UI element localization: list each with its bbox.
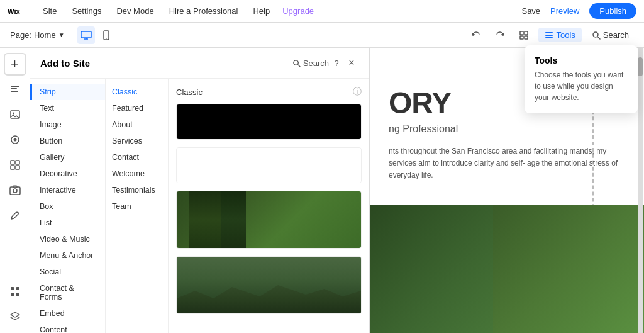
canvas-heading: ORY — [389, 86, 451, 120]
nav-settings[interactable]: Settings — [69, 6, 104, 16]
category-box[interactable]: Box — [30, 198, 105, 215]
tools-tooltip-title: Tools — [535, 55, 628, 65]
nav-devmode[interactable]: Dev Mode — [114, 6, 156, 16]
svg-point-21 — [13, 138, 16, 142]
svg-point-33 — [294, 60, 298, 64]
nav-site[interactable]: Site — [40, 6, 59, 16]
svg-rect-8 — [520, 36, 523, 39]
text-icon[interactable] — [4, 78, 26, 101]
strip-classic-mountains[interactable] — [176, 256, 362, 314]
nav-upgrade[interactable]: Upgrade — [282, 6, 314, 16]
layers-icon[interactable] — [4, 305, 26, 328]
publish-button[interactable]: Publish — [589, 3, 636, 19]
svg-rect-30 — [16, 287, 19, 290]
page-selector[interactable]: Page: Home ▼ — [10, 30, 65, 40]
subcategory-classic[interactable]: Classic — [106, 84, 168, 100]
category-text[interactable]: Text — [30, 100, 105, 116]
nav-hire[interactable]: Hire a Professional — [167, 6, 241, 16]
categories-list: StripTextImageButtonGalleryDecorativeInt… — [30, 79, 106, 333]
save-button[interactable]: Save — [521, 6, 540, 16]
category-decorative[interactable]: Decorative — [30, 166, 105, 182]
panel-content: Classic ⓘ — [169, 79, 369, 333]
svg-rect-32 — [16, 293, 19, 296]
subcategory-about[interactable]: About — [106, 116, 168, 133]
wix-logo: Wix — [8, 6, 25, 17]
preview-button[interactable]: Preview — [550, 6, 579, 16]
svg-rect-31 — [11, 293, 14, 296]
strip-classic-black[interactable] — [176, 104, 362, 140]
svg-text:Wix: Wix — [8, 8, 21, 15]
nav-help[interactable]: Help — [250, 6, 272, 16]
svg-rect-1 — [81, 31, 91, 38]
bar-actions: Tools Search — [467, 26, 634, 45]
grid-icon[interactable] — [4, 154, 26, 176]
category-contact-forms[interactable]: Contact & Forms — [30, 280, 105, 305]
section-title: Classic — [176, 87, 203, 97]
svg-rect-10 — [545, 32, 553, 33]
undo-button[interactable] — [467, 26, 486, 45]
expand-icon[interactable] — [514, 26, 533, 45]
canvas-scroll-thumb[interactable] — [638, 57, 643, 76]
tools-tooltip-description: Choose the tools you want to use while y… — [535, 69, 628, 103]
category-embed[interactable]: Embed — [30, 305, 105, 322]
category-video-music[interactable]: Video & Music — [30, 231, 105, 247]
search-button[interactable]: Search — [587, 28, 634, 42]
pen-icon[interactable] — [4, 204, 26, 227]
section-header: Classic ⓘ — [176, 86, 362, 98]
device-icons — [77, 26, 115, 44]
category-social[interactable]: Social — [30, 264, 105, 280]
subcategory-services[interactable]: Services — [106, 133, 168, 149]
info-icon[interactable]: ⓘ — [353, 86, 362, 98]
help-icon[interactable]: ? — [329, 55, 344, 71]
category-strip[interactable]: Strip — [30, 84, 105, 100]
category-content-manager[interactable]: Content Manager — [30, 322, 105, 333]
svg-rect-26 — [10, 187, 20, 195]
subcategory-contact[interactable]: Contact — [106, 149, 168, 166]
top-nav: Wix Site Settings Dev Mode Hire a Profes… — [0, 0, 644, 23]
add-panel-title: Add to Site — [40, 58, 292, 69]
svg-rect-25 — [16, 166, 19, 169]
svg-point-19 — [13, 113, 14, 115]
svg-rect-24 — [11, 166, 14, 169]
close-button[interactable]: × — [344, 55, 359, 71]
svg-rect-12 — [545, 37, 553, 38]
category-image[interactable]: Image — [30, 116, 105, 133]
svg-rect-22 — [11, 161, 14, 164]
strip-classic-white[interactable] — [176, 147, 362, 183]
category-gallery[interactable]: Gallery — [30, 149, 105, 166]
category-button[interactable]: Button — [30, 133, 105, 149]
panel-search-label: Search — [303, 59, 329, 68]
image-icon[interactable] — [4, 103, 26, 126]
desktop-icon[interactable] — [77, 26, 95, 44]
subcategory-welcome[interactable]: Welcome — [106, 166, 168, 182]
svg-rect-15 — [11, 86, 19, 87]
brush-icon[interactable] — [4, 128, 26, 151]
tools-label: Tools — [556, 30, 575, 40]
svg-rect-11 — [545, 35, 553, 36]
mobile-icon[interactable] — [97, 26, 115, 44]
add-panel: Add to Site Search ? × StripTextImageBut… — [30, 48, 370, 333]
subcategory-team[interactable]: Team — [106, 198, 168, 215]
add-panel-body: StripTextImageButtonGalleryDecorativeInt… — [30, 79, 369, 333]
strip-classic-forest[interactable] — [176, 191, 362, 249]
svg-point-13 — [593, 32, 598, 37]
category-list[interactable]: List — [30, 215, 105, 231]
apps-icon[interactable] — [4, 280, 26, 303]
subcategory-featured[interactable]: Featured — [106, 100, 168, 116]
canvas-scrollbar[interactable] — [638, 48, 643, 333]
left-sidebar: + — [0, 48, 30, 333]
subcategories-list: ClassicFeaturedAboutServicesContactWelco… — [106, 79, 169, 333]
category-menu-anchor[interactable]: Menu & Anchor — [30, 247, 105, 264]
photo-icon[interactable] — [4, 179, 26, 201]
redo-button[interactable] — [491, 26, 509, 45]
canvas-body: nts throughout the San Francisco area an… — [389, 145, 631, 182]
tools-button[interactable]: Tools — [538, 28, 581, 42]
add-panel-search-button[interactable]: Search — [292, 59, 329, 68]
subcategory-testimonials[interactable]: Testimonials — [106, 182, 168, 198]
second-bar: Page: Home ▼ Tools Search — [0, 23, 644, 48]
svg-line-14 — [597, 37, 600, 39]
add-button[interactable]: + — [4, 53, 26, 76]
svg-point-5 — [106, 38, 107, 39]
page-name: Home — [34, 30, 56, 40]
category-interactive[interactable]: Interactive — [30, 182, 105, 198]
